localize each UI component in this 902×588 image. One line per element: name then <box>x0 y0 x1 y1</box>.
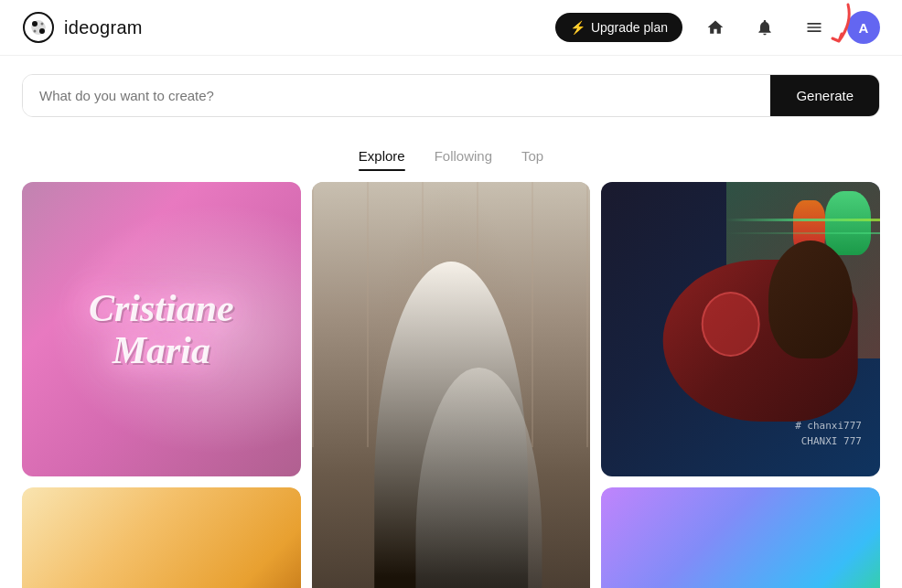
avatar-button[interactable]: A <box>847 11 880 44</box>
home-button[interactable] <box>699 11 732 44</box>
watermark: # chanxi777 CHANXI 777 <box>795 419 862 449</box>
lightning-icon: ⚡ <box>570 20 585 35</box>
logo-icon <box>22 11 55 44</box>
dachshund-head <box>768 241 852 358</box>
logo-text: ideogram <box>64 17 143 38</box>
gallery-column-1: CristianeMaria M mrnbi13 9m ago ••• <box>22 182 301 588</box>
header: ideogram ⚡ Upgrade plan A <box>0 0 902 56</box>
bell-icon <box>756 18 774 37</box>
svg-point-4 <box>34 30 37 33</box>
cristiane-image: CristianeMaria <box>22 182 301 476</box>
header-right: ⚡ Upgrade plan A <box>555 11 880 44</box>
tab-top[interactable]: Top <box>521 144 543 167</box>
gallery-item-dachshund[interactable]: # chanxi777 CHANXI 777 C chanxi777 14m a… <box>601 182 880 476</box>
svg-point-1 <box>32 21 38 27</box>
search-input[interactable] <box>23 75 770 116</box>
cristiane-text: CristianeMaria <box>89 287 234 371</box>
generate-button[interactable]: Generate <box>770 75 879 116</box>
watermark-line1: # chanxi777 <box>795 419 862 434</box>
gallery-column-3: # chanxi777 CHANXI 777 C chanxi777 14m a… <box>601 182 880 588</box>
svg-point-3 <box>41 23 44 26</box>
tabs-section: Explore Following Top <box>0 126 902 182</box>
armor-detail <box>702 292 760 357</box>
hulk-shape <box>825 191 871 255</box>
svg-point-2 <box>39 28 45 34</box>
upgrade-button[interactable]: ⚡ Upgrade plan <box>555 13 682 42</box>
upgrade-label: Upgrade plan <box>591 20 668 35</box>
laser-beam-2 <box>726 232 880 234</box>
gallery-item-cristiane[interactable]: CristianeMaria M mrnbi13 9m ago ••• <box>22 182 301 476</box>
food-image <box>22 487 301 588</box>
gallery-item-food[interactable] <box>22 487 301 588</box>
dachshund-image: # chanxi777 CHANXI 777 <box>601 182 880 476</box>
gallery-column-2 <box>312 182 591 588</box>
logo-area: ideogram <box>22 11 143 44</box>
home-icon <box>706 18 725 37</box>
search-section: Generate <box>0 56 902 126</box>
gallery: CristianeMaria M mrnbi13 9m ago ••• <box>0 182 902 588</box>
tab-explore[interactable]: Explore <box>359 144 405 167</box>
watermark-line2: CHANXI 777 <box>795 434 862 450</box>
avatar-letter: A <box>859 20 869 36</box>
abstract-image <box>601 487 880 588</box>
menu-button[interactable] <box>798 11 831 44</box>
gallery-item-abstract[interactable] <box>601 487 880 588</box>
notifications-button[interactable] <box>748 11 781 44</box>
gallery-item-fashion[interactable] <box>312 182 591 588</box>
tab-following[interactable]: Following <box>435 144 492 167</box>
hamburger-icon <box>805 18 823 37</box>
laser-beam-1 <box>726 219 880 221</box>
search-bar: Generate <box>22 74 880 117</box>
